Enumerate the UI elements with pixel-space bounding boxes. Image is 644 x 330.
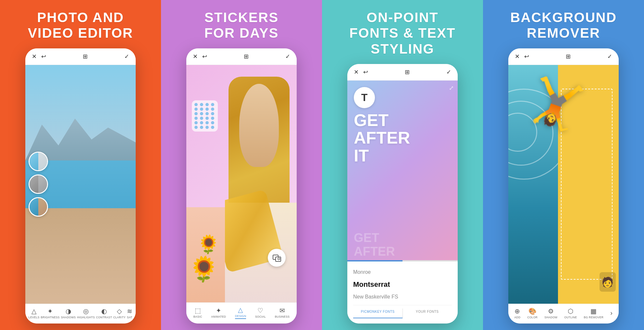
confirm-icon-4[interactable]: ✓ (607, 53, 612, 60)
font-option-new-baskerville[interactable]: New Baskerville FS (353, 291, 452, 302)
shadows-tool[interactable]: ◑ SHADOWS (61, 308, 76, 319)
clarity-icon: ◇ (117, 308, 122, 314)
filter-circle-2[interactable] (29, 174, 48, 194)
animated-sticker-tab[interactable]: ✦ ANIMATED (211, 307, 226, 318)
social-icon: ♡ (257, 307, 264, 314)
bg-yellow: 🧑 (558, 65, 619, 304)
contrast-label: CONTRAST (96, 316, 112, 319)
sunflower-sticker-2: 🌻 (197, 234, 220, 255)
brightness-label: BRIGHTNESS (41, 316, 60, 319)
highlights-tool[interactable]: ◎ HIGHLIGHTS (77, 308, 95, 319)
selection-box (561, 89, 613, 280)
phone-mockup-1: ✕ ↩ ⊞ ✓ (25, 48, 136, 324)
color-tool[interactable]: 🎨 COLOR (527, 308, 538, 319)
clarity-tool[interactable]: ◇ CLARITY (113, 308, 126, 319)
filter-circles (29, 152, 48, 217)
close-icon-2[interactable]: ✕ (193, 53, 198, 60)
bg-remover-tool[interactable]: ▦ BG REMOVER (584, 308, 604, 319)
ghost-text: GETAFTER (354, 231, 395, 259)
layers-icon[interactable]: ⊞ (83, 53, 88, 60)
phone-mockup-4: ✕ ↩ ⊞ ✓ 🧑 (508, 48, 619, 324)
panel-3-title: ON-POINTFONTS & TEXTSTYLING (349, 10, 455, 57)
font-source-tabs: PICMONKEY FONTS YOUR FONTS (353, 305, 452, 318)
outline-tool[interactable]: ⬡ OUTLINE (564, 308, 577, 319)
fonts-layout: T GETAFTERIT GETAFTER ⤢ Monroe (347, 81, 458, 324)
clarity-label: CLARITY (113, 316, 126, 319)
sticker-content: 🌻 🌻 (186, 65, 297, 302)
close-icon[interactable]: ✕ (32, 53, 37, 60)
more-tool[interactable]: › (610, 310, 613, 317)
font-option-monroe[interactable]: Monroe (353, 267, 452, 278)
panel-photo-editor: PHOTO ANDVIDEO EDITOR ✕ ↩ ⊞ ✓ (0, 0, 161, 330)
sat-icon: ≋ (127, 308, 133, 314)
basic-icon: ⬚ (195, 307, 201, 314)
confirm-icon[interactable]: ✓ (124, 53, 129, 60)
photo-swap-button[interactable] (268, 249, 286, 267)
undo-icon-3[interactable]: ↩ (363, 69, 368, 76)
photo-editor-bottom-bar: △ LEVELS ✦ BRIGHTNESS ◑ SHADOWS ◎ HIGHLI… (25, 304, 136, 324)
panel-bg-remover: BACKGROUNDREMOVER ✕ ↩ ⊞ ✓ (483, 0, 644, 330)
bg-teal-wall (508, 65, 558, 304)
highlights-label: HIGHLIGHTS (77, 316, 95, 319)
phone-mockup-2: ✕ ↩ ⊞ ✓ (186, 48, 297, 324)
social-sticker-tab[interactable]: ♡ SOCIAL (255, 307, 266, 318)
text-t-button[interactable]: T (354, 87, 375, 108)
outline-icon: ⬡ (568, 308, 574, 314)
bg-remover-bottom-bar: ⊕ ADD 🎨 COLOR ⚙ SHADOW ⬡ OUTLINE ▦ BG RE… (508, 304, 619, 324)
filter-circle-3[interactable] (29, 197, 48, 217)
basic-sticker-tab[interactable]: ⬚ BASIC (193, 307, 202, 318)
panel-stickers: STICKERSFOR DAYS ✕ ↩ ⊞ ✓ (161, 0, 322, 330)
layers-icon-3[interactable]: ⊞ (405, 69, 410, 76)
close-icon-3[interactable]: ✕ (354, 69, 359, 76)
photo-editor-content (25, 65, 136, 304)
panel-2-title: STICKERSFOR DAYS (204, 10, 279, 41)
business-sticker-tab[interactable]: ✉ BUSINESS (275, 307, 290, 318)
confirm-icon-2[interactable]: ✓ (285, 53, 290, 60)
sunflower-sticker: 🌻 (189, 255, 219, 284)
fonts-bottom-area: Monroe Montserrat New Baskerville FS PIC… (347, 261, 458, 324)
more-icon: › (610, 310, 613, 316)
shadows-label: SHADOWS (61, 316, 76, 319)
close-icon-4[interactable]: ✕ (515, 53, 520, 60)
undo-icon-2[interactable]: ↩ (202, 53, 207, 60)
shadow-tool[interactable]: ⚙ SHADOW (544, 308, 557, 319)
panel-4-title: BACKGROUNDREMOVER (510, 10, 617, 41)
panel-fonts: ON-POINTFONTS & TEXTSTYLING ✕ ↩ ⊞ ✓ T GE… (322, 0, 483, 330)
phone-toolbar-2: ✕ ↩ ⊞ ✓ (186, 48, 297, 65)
font-option-montserrat[interactable]: Montserrat (353, 278, 452, 291)
sticker-bottom-bar: ⬚ BASIC ✦ ANIMATED △ DESIGN ♡ SOCIAL ✉ B… (186, 302, 297, 324)
your-fonts-tab[interactable]: YOUR FONTS (403, 309, 452, 318)
bg-remover-icon: ▦ (590, 308, 597, 314)
shadow-icon: ⚙ (548, 308, 554, 314)
undo-icon-4[interactable]: ↩ (524, 53, 529, 60)
highlights-icon: ◎ (83, 308, 89, 314)
phone-toolbar-4: ✕ ↩ ⊞ ✓ (508, 48, 619, 65)
add-icon: ⊕ (514, 308, 520, 314)
picmonkey-fonts-tab[interactable]: PICMONKEY FONTS (353, 309, 402, 318)
filter-circle-1[interactable] (29, 152, 48, 171)
confirm-icon-3[interactable]: ✓ (446, 69, 451, 76)
layers-icon-2[interactable]: ⊞ (244, 53, 249, 60)
undo-icon[interactable]: ↩ (41, 53, 46, 60)
phone-toolbar-1: ✕ ↩ ⊞ ✓ (25, 48, 136, 65)
get-after-text: GETAFTERIT (354, 111, 410, 165)
sticker-bg: 🌻 🌻 (186, 65, 297, 302)
animated-icon: ✦ (216, 307, 222, 314)
contrast-tool[interactable]: ◐ CONTRAST (96, 308, 112, 319)
add-tool[interactable]: ⊕ ADD (514, 308, 521, 319)
dot-sticker-card (192, 100, 218, 132)
levels-icon: △ (31, 308, 37, 314)
brightness-tool[interactable]: ✦ BRIGHTNESS (41, 308, 60, 319)
saturation-tool[interactable]: ≋ SAT (127, 308, 133, 319)
color-icon: 🎨 (528, 308, 537, 314)
levels-tool[interactable]: △ LEVELS (29, 308, 40, 319)
expand-icon[interactable]: ⤢ (449, 84, 454, 92)
fonts-top-area: T GETAFTERIT GETAFTER ⤢ (347, 81, 458, 260)
fonts-content: T GETAFTERIT GETAFTER ⤢ Monroe (347, 81, 458, 324)
contrast-icon: ◐ (101, 308, 107, 314)
woman-figure (225, 65, 297, 302)
bg-remover-split: 🧑 🤸 (508, 65, 619, 304)
layers-icon-4[interactable]: ⊞ (566, 53, 571, 60)
design-sticker-tab[interactable]: △ DESIGN (235, 307, 246, 319)
phone-mockup-3: ✕ ↩ ⊞ ✓ T GETAFTERIT GETAFTER ⤢ (347, 64, 458, 324)
